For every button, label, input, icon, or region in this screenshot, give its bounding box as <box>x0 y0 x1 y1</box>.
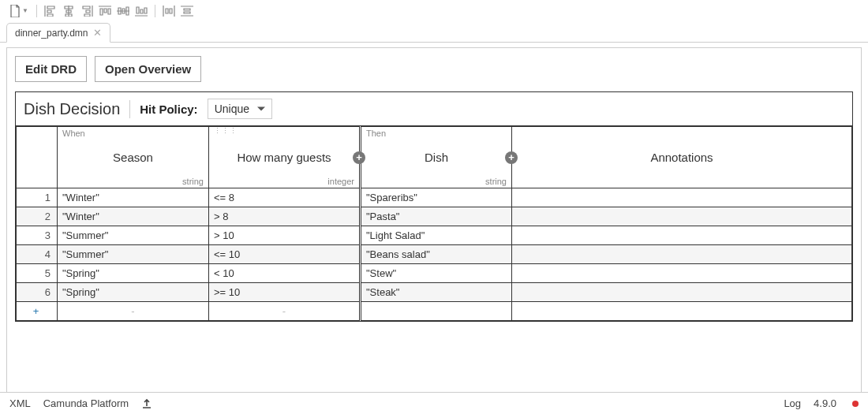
log-button[interactable]: Log <box>784 397 801 409</box>
cell-dish[interactable]: "Steak" <box>361 283 512 302</box>
output-column-dish[interactable]: Then Dish string + <box>361 127 512 188</box>
annotations-column[interactable]: Annotations <box>512 127 852 188</box>
decision-title[interactable]: Dish Decision <box>24 100 130 118</box>
distribute-vertical-button[interactable] <box>178 2 196 20</box>
add-rule-placeholder <box>512 302 852 321</box>
cell-season[interactable]: "Spring" <box>58 283 209 302</box>
table-row[interactable]: 2 "Winter" > 8 "Pasta" <box>17 207 852 226</box>
row-index: 5 <box>17 264 58 283</box>
add-rule-placeholder: - <box>209 302 361 321</box>
cell-guests[interactable]: <= 8 <box>209 188 361 207</box>
table-row[interactable]: 4 "Summer" <= 10 "Beans salad" <box>17 245 852 264</box>
cell-guests[interactable]: > 10 <box>209 226 361 245</box>
cell-annotation[interactable] <box>512 207 852 226</box>
cell-guests[interactable]: <= 10 <box>209 245 361 264</box>
add-output-column-button[interactable]: + <box>505 151 518 164</box>
new-file-dropdown-icon[interactable]: ▼ <box>22 7 28 14</box>
row-index: 4 <box>17 245 58 264</box>
status-indicator-icon <box>852 401 859 407</box>
input-column-guests[interactable]: ⋮⋮⋮ How many guests integer + <box>209 127 361 188</box>
distribute-horizontal-button[interactable] <box>160 2 178 20</box>
input1-name: Season <box>58 140 208 175</box>
table-row[interactable]: 5 "Spring" < 10 "Stew" <box>17 264 852 283</box>
cell-season[interactable]: "Spring" <box>58 264 209 283</box>
drag-handle-icon[interactable]: ⋮⋮⋮ <box>214 129 238 134</box>
status-bar: XML Camunda Platform Log 4.9.0 <box>0 392 868 414</box>
xml-tab[interactable]: XML <box>9 397 31 409</box>
add-rule-row[interactable]: + - - <box>17 302 852 321</box>
table-row[interactable]: 6 "Spring" >= 10 "Steak" <box>17 283 852 302</box>
edit-drd-button[interactable]: Edit DRD <box>15 56 87 82</box>
output1-name: Dish <box>361 140 511 175</box>
align-right-button[interactable] <box>78 2 95 20</box>
cell-annotation[interactable] <box>512 264 852 283</box>
tabs-row: dinner_party.dmn ✕ <box>0 22 868 43</box>
hit-policy-label: Hit Policy: <box>140 103 197 116</box>
cell-annotation[interactable] <box>512 188 852 207</box>
cell-season[interactable]: "Summer" <box>58 245 209 264</box>
table-row[interactable]: 3 "Summer" > 10 "Light Salad" <box>17 226 852 245</box>
input1-type: string <box>58 175 208 188</box>
editor-action-row: Edit DRD Open Overview <box>15 56 853 82</box>
when-label: When <box>58 127 208 140</box>
add-rule-placeholder <box>361 302 512 321</box>
align-middle-vertical-button[interactable] <box>114 2 132 20</box>
file-tab-label: dinner_party.dmn <box>15 28 88 39</box>
toolbar-separator <box>36 5 37 17</box>
new-file-button[interactable] <box>6 2 24 20</box>
decision-table-header: Dish Decision Hit Policy: Unique <box>16 92 852 126</box>
input2-name: How many guests <box>209 140 359 175</box>
add-rule-placeholder: - <box>58 302 209 321</box>
cell-annotation[interactable] <box>512 283 852 302</box>
cell-dish[interactable]: "Spareribs" <box>361 188 512 207</box>
cell-annotation[interactable] <box>512 245 852 264</box>
version-label: 4.9.0 <box>814 397 836 409</box>
cell-guests[interactable]: > 8 <box>209 207 361 226</box>
open-overview-button[interactable]: Open Overview <box>95 56 201 82</box>
add-rule-icon[interactable]: + <box>17 302 58 321</box>
row-index: 1 <box>17 188 58 207</box>
rules-body: 1 "Winter" <= 8 "Spareribs" 2 "Winter" >… <box>17 188 852 321</box>
cell-dish[interactable]: "Stew" <box>361 264 512 283</box>
deploy-icon[interactable] <box>141 398 152 409</box>
toolbar-separator <box>155 5 155 17</box>
editor-pane: Edit DRD Open Overview Dish Decision Hit… <box>6 47 862 393</box>
platform-tab[interactable]: Camunda Platform <box>43 397 129 409</box>
cell-guests[interactable]: >= 10 <box>209 283 361 302</box>
hit-policy-value: Unique <box>215 103 249 115</box>
input-column-season[interactable]: When Season string <box>58 127 209 188</box>
main-toolbar: ▼ <box>0 0 868 22</box>
align-center-horizontal-button[interactable] <box>60 2 77 20</box>
cell-season[interactable]: "Summer" <box>58 226 209 245</box>
annotations-label: Annotations <box>512 140 851 175</box>
cell-season[interactable]: "Winter" <box>58 207 209 226</box>
add-input-column-button[interactable]: + <box>353 151 365 164</box>
align-bottom-button[interactable] <box>133 2 150 20</box>
table-row[interactable]: 1 "Winter" <= 8 "Spareribs" <box>17 188 852 207</box>
align-top-button[interactable] <box>96 2 114 20</box>
row-index: 3 <box>17 226 58 245</box>
close-tab-icon[interactable]: ✕ <box>93 27 102 39</box>
row-index: 2 <box>17 207 58 226</box>
hit-policy-select[interactable]: Unique <box>208 99 272 119</box>
cell-dish[interactable]: "Beans salad" <box>361 245 512 264</box>
row-index: 6 <box>17 283 58 302</box>
cell-dish[interactable]: "Light Salad" <box>361 226 512 245</box>
cell-dish[interactable]: "Pasta" <box>361 207 512 226</box>
file-tab[interactable]: dinner_party.dmn ✕ <box>6 23 110 43</box>
index-header <box>17 127 58 188</box>
cell-annotation[interactable] <box>512 226 852 245</box>
cell-season[interactable]: "Winter" <box>58 188 209 207</box>
cell-guests[interactable]: < 10 <box>209 264 361 283</box>
decision-table: Dish Decision Hit Policy: Unique When Se… <box>15 91 853 322</box>
output1-type: string <box>361 175 511 188</box>
rules-grid: When Season string ⋮⋮⋮ How many guests i… <box>16 126 852 321</box>
input2-type: integer <box>209 175 359 188</box>
then-label: Then <box>361 127 511 140</box>
align-left-button[interactable] <box>42 2 59 20</box>
